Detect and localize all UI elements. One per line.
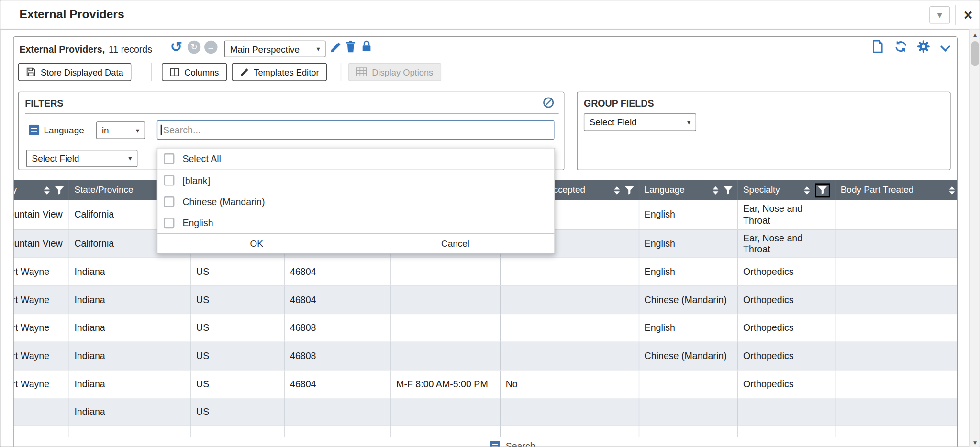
close-button[interactable]: × bbox=[959, 6, 978, 24]
sort-icon[interactable] bbox=[712, 185, 720, 195]
vertical-scrollbar[interactable]: ▲ ▼ bbox=[969, 29, 980, 447]
table-cell: Fort Wayne bbox=[14, 258, 69, 285]
header-label: State/Province bbox=[74, 185, 161, 196]
filter-search-input[interactable] bbox=[157, 120, 555, 140]
filter-option[interactable]: Select All bbox=[157, 148, 554, 169]
sort-icon[interactable] bbox=[43, 185, 51, 195]
undo-button[interactable]: ↺ bbox=[168, 39, 184, 55]
save-icon bbox=[26, 67, 36, 77]
scroll-thumb[interactable] bbox=[971, 41, 979, 66]
group-field-select[interactable]: Select Field ▾ bbox=[584, 113, 696, 131]
templates-editor-button[interactable]: Templates Editor bbox=[232, 63, 327, 81]
perspective-select[interactable]: Main Perspective ▾ bbox=[224, 41, 326, 57]
filter-icon[interactable] bbox=[625, 186, 634, 194]
table-cell: Orthopedics bbox=[738, 258, 836, 285]
table-cell: Ear, Nose and Throat bbox=[738, 200, 836, 229]
filter-option[interactable]: Chinese (Mandarin) bbox=[157, 191, 554, 212]
filter-popup-options: Select All[blank]Chinese (Mandarin)Engli… bbox=[157, 148, 554, 233]
table-cell bbox=[738, 398, 836, 425]
clear-filters-button[interactable] bbox=[543, 97, 555, 111]
table-cell bbox=[391, 426, 501, 437]
header-cell[interactable]: Body Part Treated bbox=[835, 180, 957, 200]
lock-button[interactable] bbox=[361, 40, 372, 54]
chevron-down-icon: ▾ bbox=[317, 45, 320, 53]
table-cell: US bbox=[191, 371, 285, 398]
cancel-button[interactable]: Cancel bbox=[356, 234, 554, 253]
filter-icon[interactable] bbox=[55, 186, 64, 194]
table-cell: M-F 8:00 AM-5:00 PM bbox=[391, 371, 501, 398]
filter-field-label: Language bbox=[44, 125, 84, 135]
triangle-up-icon: ▲ bbox=[972, 32, 978, 38]
table-row[interactable]: Fort WayneIndianaUS46804M-F 8:00 AM-5:00… bbox=[14, 371, 957, 399]
sort-icon[interactable] bbox=[613, 185, 621, 195]
table-cell bbox=[835, 426, 957, 437]
table-cell bbox=[501, 426, 639, 437]
filter-operator-select[interactable]: in ▾ bbox=[96, 121, 145, 139]
filter-row-handle[interactable] bbox=[29, 125, 39, 138]
group-fields-panel: GROUP FIELDS Select Field ▾ bbox=[577, 92, 951, 170]
chevron-down-icon bbox=[940, 45, 950, 53]
collapse-toolbar-button[interactable] bbox=[940, 44, 950, 55]
trash-icon bbox=[345, 41, 356, 53]
table-cell: Fort Wayne bbox=[14, 342, 69, 370]
list-icon bbox=[490, 441, 500, 447]
checkbox-icon[interactable] bbox=[164, 153, 174, 164]
table-cell bbox=[639, 398, 738, 425]
table-cell bbox=[391, 286, 501, 314]
operator-value: in bbox=[102, 125, 109, 135]
table-cell bbox=[391, 342, 501, 370]
add-filter-field-select[interactable]: Select Field ▾ bbox=[26, 150, 137, 167]
store-displayed-data-button[interactable]: Store Displayed Data bbox=[18, 63, 132, 81]
scroll-down-button[interactable]: ▼ bbox=[970, 437, 980, 447]
refresh-button[interactable] bbox=[894, 41, 907, 55]
filter-icon[interactable] bbox=[815, 183, 830, 197]
checkbox-icon[interactable] bbox=[164, 217, 174, 228]
table-row[interactable]: Fort WayneIndianaUS46804EnglishOrthopedi… bbox=[14, 258, 957, 286]
scroll-up-button[interactable]: ▲ bbox=[970, 29, 980, 40]
columns-button[interactable]: Columns bbox=[162, 63, 227, 81]
refresh-icon bbox=[894, 41, 907, 53]
settings-button[interactable] bbox=[917, 40, 930, 55]
table-cell: English bbox=[639, 230, 738, 257]
sort-icon[interactable] bbox=[948, 185, 956, 195]
header-cell[interactable]: Specialty bbox=[738, 180, 836, 200]
table-cell bbox=[501, 398, 639, 425]
popup-buttons: OK Cancel bbox=[157, 233, 554, 253]
circle-slash-icon bbox=[543, 97, 555, 109]
ok-button[interactable]: OK bbox=[157, 234, 356, 253]
partial-search[interactable]: Search bbox=[490, 437, 535, 447]
checkbox-icon[interactable] bbox=[164, 175, 174, 185]
delete-perspective-button[interactable] bbox=[345, 41, 356, 55]
table-row[interactable]: Fort WayneIndianaUS46808EnglishOrthopedi… bbox=[14, 314, 957, 342]
checkbox-icon[interactable] bbox=[164, 196, 174, 207]
table-cell: 46804 bbox=[285, 286, 391, 314]
external-providers-dialog: External Providers ▾ × External Provider… bbox=[0, 0, 980, 447]
table-row[interactable]: IndianaUS bbox=[14, 398, 957, 426]
table-row[interactable]: Fort WayneIndianaUS46808Chinese (Mandari… bbox=[14, 342, 957, 371]
titlebar-divider bbox=[955, 5, 956, 25]
table-cell: Chinese (Mandarin) bbox=[639, 342, 738, 370]
option-label: English bbox=[182, 217, 213, 228]
table-cell bbox=[191, 426, 285, 437]
table-cell: Ear, Nose and Throat bbox=[738, 230, 836, 257]
document-icon bbox=[872, 40, 883, 53]
table-row[interactable]: Fort WayneIndianaUS46804Chinese (Mandari… bbox=[14, 286, 957, 315]
edit-perspective-button[interactable] bbox=[330, 42, 342, 55]
gear-icon bbox=[917, 40, 930, 53]
header-cell[interactable]: City bbox=[14, 180, 69, 200]
table-cell bbox=[501, 286, 639, 314]
filter-option[interactable]: [blank] bbox=[157, 170, 554, 191]
table-cell: Indiana bbox=[69, 286, 191, 314]
header-cell[interactable]: Language bbox=[639, 180, 738, 200]
sort-icon[interactable] bbox=[803, 185, 811, 195]
new-document-button[interactable] bbox=[872, 40, 883, 55]
chevron-down-icon: ▾ bbox=[136, 126, 139, 134]
window-menu-button[interactable]: ▾ bbox=[929, 6, 950, 24]
filter-icon[interactable] bbox=[724, 186, 732, 194]
redo-button[interactable]: ↻ bbox=[188, 41, 200, 54]
toolbar-divider bbox=[341, 63, 341, 81]
filter-option[interactable]: English bbox=[157, 212, 554, 233]
forward-button[interactable]: → bbox=[204, 41, 217, 54]
grid-icon bbox=[356, 67, 367, 77]
table-row[interactable] bbox=[14, 426, 957, 437]
